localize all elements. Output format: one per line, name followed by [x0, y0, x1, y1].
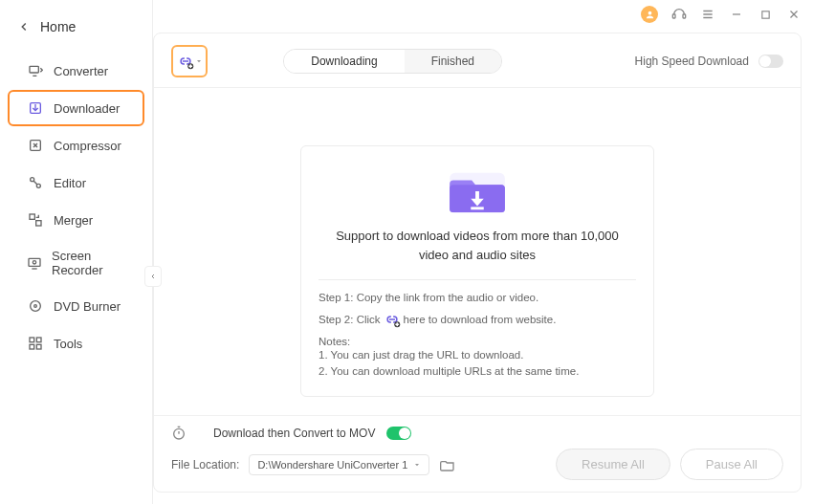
svg-point-12	[33, 261, 35, 264]
svg-rect-30	[183, 60, 188, 62]
chevron-down-icon	[195, 57, 203, 65]
close-button[interactable]	[786, 7, 802, 22]
nav-label: Merger	[54, 213, 93, 228]
link-plus-icon	[177, 53, 194, 70]
svg-rect-9	[30, 214, 34, 219]
sidebar-item-dvd-burner[interactable]: DVD Burner	[8, 288, 144, 324]
nav-label: Editor	[54, 176, 86, 190]
convert-toggle[interactable]	[386, 427, 411, 440]
step2-suffix: here to download from website.	[404, 312, 557, 327]
file-location-label: File Location:	[171, 458, 239, 471]
tabs: Downloading Finished	[283, 49, 502, 74]
minimize-button[interactable]	[729, 7, 744, 22]
svg-marker-46	[415, 464, 419, 466]
tab-finished[interactable]: Finished	[405, 50, 501, 73]
content-panel: Downloading Finished High Speed Download	[153, 33, 802, 493]
nav-label: Tools	[54, 337, 82, 351]
sidebar-item-screen-recorder[interactable]: Screen Recorder	[8, 239, 144, 287]
svg-line-8	[33, 181, 37, 185]
svg-rect-17	[36, 338, 41, 342]
maximize-button[interactable]	[758, 7, 773, 22]
svg-rect-38	[471, 207, 483, 209]
download-folder-icon	[448, 167, 507, 215]
convert-label: Download then Convert to MOV	[213, 427, 375, 440]
svg-marker-34	[197, 60, 201, 62]
link-plus-icon	[384, 311, 401, 328]
dvd-burner-icon	[27, 297, 44, 315]
toolbar: Downloading Finished High Speed Download	[154, 33, 801, 88]
tools-icon	[27, 335, 44, 352]
main: Downloading Finished High Speed Download	[153, 0, 813, 504]
svg-rect-42	[395, 324, 399, 326]
svg-point-43	[174, 428, 185, 439]
svg-rect-16	[30, 338, 34, 342]
nav-list: Converter Downloader Compressor Editor M…	[0, 48, 152, 362]
titlebar	[153, 0, 813, 29]
empty-state: Support to download videos from more tha…	[154, 88, 801, 415]
divider	[319, 279, 636, 280]
tab-downloading[interactable]: Downloading	[284, 50, 404, 73]
svg-point-14	[31, 301, 41, 312]
svg-rect-10	[36, 221, 41, 226]
svg-rect-33	[188, 66, 192, 68]
svg-rect-0	[30, 66, 38, 73]
nav-label: DVD Burner	[54, 299, 121, 314]
converter-icon	[27, 62, 44, 79]
info-card: Support to download videos from more tha…	[300, 145, 654, 397]
account-icon[interactable]	[641, 6, 658, 23]
nav-label: Downloader	[54, 101, 120, 116]
chevron-down-icon	[413, 461, 421, 469]
resume-all-button[interactable]: Resume All	[556, 449, 670, 480]
svg-point-20	[648, 11, 651, 14]
downloader-icon	[27, 99, 44, 117]
support-text: Support to download videos from more tha…	[319, 227, 636, 274]
nav-label: Compressor	[54, 139, 121, 153]
high-speed-download: High Speed Download	[635, 55, 783, 68]
sidebar-item-editor[interactable]: Editor	[8, 164, 144, 201]
sidebar: Home Converter Downloader Compressor Edi…	[0, 0, 153, 504]
add-url-button[interactable]	[171, 45, 208, 77]
step2-prefix: Step 2: Click	[319, 312, 381, 327]
nav-label: Screen Recorder	[52, 249, 125, 277]
notes-heading: Notes:	[319, 336, 636, 347]
sidebar-item-merger[interactable]: Merger	[8, 202, 144, 238]
file-location-value: D:\Wondershare UniConverter 1	[257, 459, 407, 471]
svg-rect-11	[29, 258, 40, 266]
sidebar-item-tools[interactable]: Tools	[8, 325, 144, 362]
svg-point-15	[34, 305, 37, 308]
file-location-select[interactable]: D:\Wondershare UniConverter 1	[249, 454, 429, 475]
step2-text: Step 2: Click here to download from webs…	[319, 311, 636, 328]
support-icon[interactable]	[671, 7, 687, 22]
open-folder-button[interactable]	[439, 457, 456, 472]
back-icon	[17, 20, 31, 33]
svg-rect-39	[389, 318, 395, 320]
home-button[interactable]: Home	[0, 10, 152, 48]
screen-recorder-icon	[27, 254, 42, 272]
compressor-icon	[27, 137, 44, 154]
nav-label: Converter	[54, 64, 108, 78]
svg-rect-21	[672, 14, 675, 18]
sidebar-item-compressor[interactable]: Compressor	[8, 127, 144, 164]
svg-rect-27	[761, 11, 768, 17]
svg-rect-19	[36, 344, 41, 349]
home-label: Home	[40, 19, 76, 34]
menu-icon[interactable]	[700, 7, 715, 22]
hsd-toggle[interactable]	[758, 55, 783, 68]
note1: 1. You can just drag the URL to download…	[319, 347, 636, 363]
editor-icon	[27, 174, 44, 191]
svg-rect-18	[30, 344, 34, 349]
svg-rect-22	[683, 14, 686, 18]
chevron-left-icon	[149, 272, 157, 281]
bottom-bar: Download then Convert to MOV File Locati…	[154, 415, 801, 492]
collapse-sidebar-button[interactable]	[144, 266, 162, 287]
timer-icon[interactable]	[171, 426, 187, 441]
merger-icon	[27, 211, 44, 229]
pause-all-button[interactable]: Pause All	[680, 449, 783, 480]
step1-text: Step 1: Copy the link from the audio or …	[319, 290, 636, 305]
hsd-label: High Speed Download	[635, 55, 749, 68]
sidebar-item-converter[interactable]: Converter	[8, 53, 144, 89]
note2: 2. You can download multiple URLs at the…	[319, 363, 636, 380]
sidebar-item-downloader[interactable]: Downloader	[8, 90, 144, 126]
